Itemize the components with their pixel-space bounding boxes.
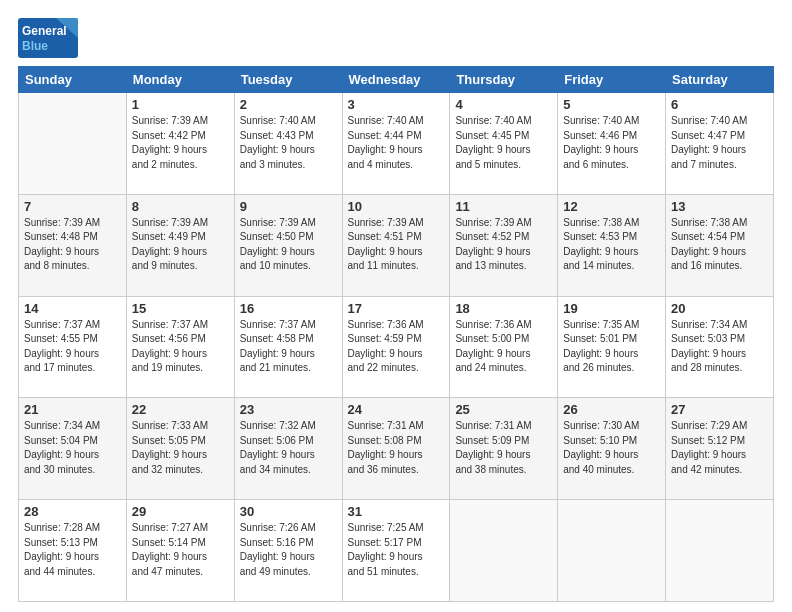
day-info: Sunrise: 7:39 AMSunset: 4:52 PMDaylight:… [455,216,552,274]
day-number: 3 [348,97,445,112]
svg-text:General: General [22,24,67,38]
day-number: 15 [132,301,229,316]
day-info: Sunrise: 7:27 AMSunset: 5:14 PMDaylight:… [132,521,229,579]
col-header-tuesday: Tuesday [234,67,342,93]
col-header-sunday: Sunday [19,67,127,93]
day-number: 29 [132,504,229,519]
calendar-cell: 14Sunrise: 7:37 AMSunset: 4:55 PMDayligh… [19,296,127,398]
day-info: Sunrise: 7:39 AMSunset: 4:51 PMDaylight:… [348,216,445,274]
day-info: Sunrise: 7:39 AMSunset: 4:48 PMDaylight:… [24,216,121,274]
svg-text:Blue: Blue [22,39,48,53]
calendar-cell: 3Sunrise: 7:40 AMSunset: 4:44 PMDaylight… [342,93,450,195]
calendar-cell: 11Sunrise: 7:39 AMSunset: 4:52 PMDayligh… [450,194,558,296]
calendar-cell: 6Sunrise: 7:40 AMSunset: 4:47 PMDaylight… [666,93,774,195]
day-number: 4 [455,97,552,112]
day-number: 19 [563,301,660,316]
day-number: 18 [455,301,552,316]
day-info: Sunrise: 7:39 AMSunset: 4:49 PMDaylight:… [132,216,229,274]
day-info: Sunrise: 7:26 AMSunset: 5:16 PMDaylight:… [240,521,337,579]
calendar-cell: 1Sunrise: 7:39 AMSunset: 4:42 PMDaylight… [126,93,234,195]
day-info: Sunrise: 7:40 AMSunset: 4:47 PMDaylight:… [671,114,768,172]
day-number: 12 [563,199,660,214]
day-number: 31 [348,504,445,519]
day-info: Sunrise: 7:35 AMSunset: 5:01 PMDaylight:… [563,318,660,376]
day-number: 21 [24,402,121,417]
day-number: 6 [671,97,768,112]
day-info: Sunrise: 7:25 AMSunset: 5:17 PMDaylight:… [348,521,445,579]
day-info: Sunrise: 7:34 AMSunset: 5:04 PMDaylight:… [24,419,121,477]
day-number: 28 [24,504,121,519]
day-info: Sunrise: 7:37 AMSunset: 4:55 PMDaylight:… [24,318,121,376]
day-number: 16 [240,301,337,316]
day-number: 23 [240,402,337,417]
day-info: Sunrise: 7:30 AMSunset: 5:10 PMDaylight:… [563,419,660,477]
calendar-cell [666,500,774,602]
day-number: 17 [348,301,445,316]
calendar-cell [19,93,127,195]
calendar-cell: 23Sunrise: 7:32 AMSunset: 5:06 PMDayligh… [234,398,342,500]
calendar-cell: 7Sunrise: 7:39 AMSunset: 4:48 PMDaylight… [19,194,127,296]
calendar-cell: 9Sunrise: 7:39 AMSunset: 4:50 PMDaylight… [234,194,342,296]
col-header-thursday: Thursday [450,67,558,93]
calendar-cell: 29Sunrise: 7:27 AMSunset: 5:14 PMDayligh… [126,500,234,602]
day-info: Sunrise: 7:29 AMSunset: 5:12 PMDaylight:… [671,419,768,477]
calendar-row-0: 1Sunrise: 7:39 AMSunset: 4:42 PMDaylight… [19,93,774,195]
day-number: 30 [240,504,337,519]
calendar-row-2: 14Sunrise: 7:37 AMSunset: 4:55 PMDayligh… [19,296,774,398]
day-info: Sunrise: 7:32 AMSunset: 5:06 PMDaylight:… [240,419,337,477]
day-number: 7 [24,199,121,214]
day-number: 2 [240,97,337,112]
logo: General Blue [18,18,78,58]
calendar-cell: 18Sunrise: 7:36 AMSunset: 5:00 PMDayligh… [450,296,558,398]
calendar-cell: 8Sunrise: 7:39 AMSunset: 4:49 PMDaylight… [126,194,234,296]
calendar-cell: 22Sunrise: 7:33 AMSunset: 5:05 PMDayligh… [126,398,234,500]
calendar-cell: 17Sunrise: 7:36 AMSunset: 4:59 PMDayligh… [342,296,450,398]
calendar-cell: 26Sunrise: 7:30 AMSunset: 5:10 PMDayligh… [558,398,666,500]
calendar-row-1: 7Sunrise: 7:39 AMSunset: 4:48 PMDaylight… [19,194,774,296]
day-info: Sunrise: 7:31 AMSunset: 5:08 PMDaylight:… [348,419,445,477]
calendar-cell: 13Sunrise: 7:38 AMSunset: 4:54 PMDayligh… [666,194,774,296]
calendar-cell: 28Sunrise: 7:28 AMSunset: 5:13 PMDayligh… [19,500,127,602]
header: General Blue [18,18,774,58]
day-number: 20 [671,301,768,316]
calendar-cell: 4Sunrise: 7:40 AMSunset: 4:45 PMDaylight… [450,93,558,195]
calendar-cell: 12Sunrise: 7:38 AMSunset: 4:53 PMDayligh… [558,194,666,296]
page: General Blue SundayMondayTuesdayWednesda… [0,0,792,612]
calendar-cell: 30Sunrise: 7:26 AMSunset: 5:16 PMDayligh… [234,500,342,602]
day-number: 26 [563,402,660,417]
calendar-cell: 16Sunrise: 7:37 AMSunset: 4:58 PMDayligh… [234,296,342,398]
day-info: Sunrise: 7:40 AMSunset: 4:43 PMDaylight:… [240,114,337,172]
day-info: Sunrise: 7:34 AMSunset: 5:03 PMDaylight:… [671,318,768,376]
calendar-cell: 25Sunrise: 7:31 AMSunset: 5:09 PMDayligh… [450,398,558,500]
day-info: Sunrise: 7:38 AMSunset: 4:53 PMDaylight:… [563,216,660,274]
calendar-cell [558,500,666,602]
col-header-monday: Monday [126,67,234,93]
day-number: 27 [671,402,768,417]
calendar-cell: 15Sunrise: 7:37 AMSunset: 4:56 PMDayligh… [126,296,234,398]
day-number: 1 [132,97,229,112]
calendar-cell: 31Sunrise: 7:25 AMSunset: 5:17 PMDayligh… [342,500,450,602]
calendar-cell: 5Sunrise: 7:40 AMSunset: 4:46 PMDaylight… [558,93,666,195]
calendar-cell: 24Sunrise: 7:31 AMSunset: 5:08 PMDayligh… [342,398,450,500]
day-number: 5 [563,97,660,112]
day-number: 13 [671,199,768,214]
col-header-friday: Friday [558,67,666,93]
calendar-table: SundayMondayTuesdayWednesdayThursdayFrid… [18,66,774,602]
calendar-cell: 19Sunrise: 7:35 AMSunset: 5:01 PMDayligh… [558,296,666,398]
calendar-cell: 10Sunrise: 7:39 AMSunset: 4:51 PMDayligh… [342,194,450,296]
calendar-cell [450,500,558,602]
col-header-wednesday: Wednesday [342,67,450,93]
day-info: Sunrise: 7:39 AMSunset: 4:42 PMDaylight:… [132,114,229,172]
calendar-cell: 27Sunrise: 7:29 AMSunset: 5:12 PMDayligh… [666,398,774,500]
day-info: Sunrise: 7:39 AMSunset: 4:50 PMDaylight:… [240,216,337,274]
calendar-row-4: 28Sunrise: 7:28 AMSunset: 5:13 PMDayligh… [19,500,774,602]
day-info: Sunrise: 7:40 AMSunset: 4:44 PMDaylight:… [348,114,445,172]
day-number: 8 [132,199,229,214]
day-info: Sunrise: 7:37 AMSunset: 4:56 PMDaylight:… [132,318,229,376]
day-number: 24 [348,402,445,417]
calendar-cell: 21Sunrise: 7:34 AMSunset: 5:04 PMDayligh… [19,398,127,500]
col-header-saturday: Saturday [666,67,774,93]
calendar-header-row: SundayMondayTuesdayWednesdayThursdayFrid… [19,67,774,93]
day-info: Sunrise: 7:28 AMSunset: 5:13 PMDaylight:… [24,521,121,579]
day-info: Sunrise: 7:40 AMSunset: 4:45 PMDaylight:… [455,114,552,172]
